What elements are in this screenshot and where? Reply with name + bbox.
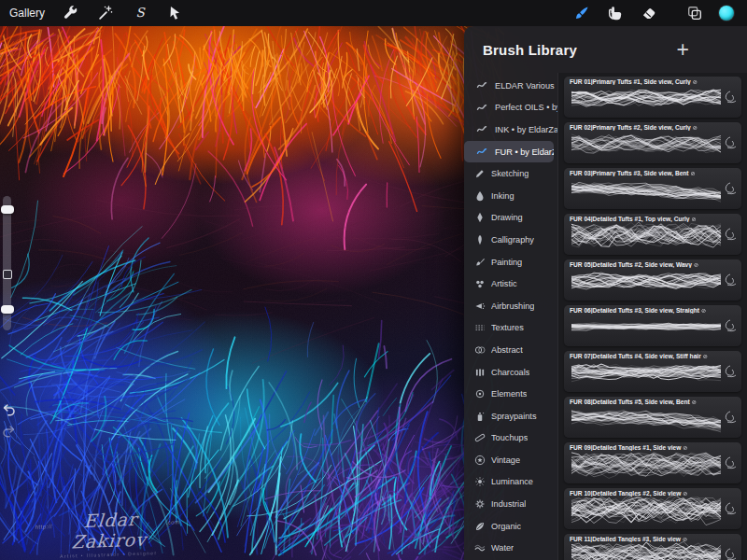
brush-set-airbrushing[interactable]: Airbrushing (464, 295, 557, 317)
brush-set-vintage[interactable]: Vintage (464, 449, 557, 471)
color-swatch-icon (719, 6, 734, 21)
brush-set-eldar-various[interactable]: ELDAR Various (464, 75, 557, 97)
brush-set-fur-by-eldarzakirov[interactable]: FUR • by EldarZakirov (464, 141, 554, 163)
brush-badge-icon: ⊘ (693, 78, 698, 85)
tool-paint-button[interactable] (572, 4, 591, 22)
brush-item[interactable]: FUR 05|Detailed Tufts #2, Side view, Wav… (564, 259, 741, 301)
brush-set-artistic[interactable]: Artistic (464, 273, 557, 295)
brush-set-label: INK • by EldarZakirov (495, 125, 557, 134)
wrench-icon (63, 5, 79, 21)
brush-set-label: Charcoals (491, 368, 529, 377)
tool-smudge-button[interactable] (606, 4, 625, 22)
brush-list: FUR 01|Primary Tufts #1, Side view, Curl… (558, 73, 747, 560)
brush-set-luminance[interactable]: Luminance (464, 471, 557, 494)
gear-icon (474, 498, 486, 510)
cursor-icon (166, 5, 183, 21)
brush-name: FUR 11|Detailed Tangles #3, Side view⊘ (570, 536, 738, 542)
brush-item[interactable]: FUR 01|Primary Tufts #1, Side view, Curl… (564, 77, 741, 118)
brush-set-water[interactable]: Water (464, 537, 557, 559)
brush-set-spraypaints[interactable]: Spraypaints (464, 405, 557, 427)
brush-set-label: Touchups (491, 433, 528, 442)
brush-item[interactable]: FUR 09|Detailed Tangles #1, Side view⊘ (564, 442, 741, 483)
brush-set-perfect-oils-by-eld[interactable]: Perfect OILS • by Eld... (464, 97, 557, 119)
pencil-icon (474, 168, 486, 179)
brush-set-textures[interactable]: Textures (464, 317, 557, 340)
brush-set-label: Spraypaints (491, 412, 537, 421)
brush-name: FUR 04|Detailed Tufts #1, Top view, Curl… (570, 216, 738, 222)
paintbrush-icon (474, 257, 486, 268)
modify-button[interactable] (3, 270, 12, 279)
tool-erase-button[interactable] (640, 4, 658, 22)
brush-icon (573, 5, 590, 21)
brush-item[interactable]: FUR 04|Detailed Tufts #1, Top view, Curl… (564, 214, 741, 255)
calligraphy-icon (474, 234, 486, 245)
nib-icon (474, 212, 486, 223)
elements-icon (474, 388, 486, 399)
brush-item[interactable]: FUR 10|Detailed Tangles #2, Side view⊘ (564, 488, 741, 529)
canvas-artwork (0, 26, 504, 560)
brush-item[interactable]: FUR 08|Detailed Tufts #5, Side view, Ben… (564, 397, 741, 438)
brush-set-organic[interactable]: Organic (464, 515, 557, 538)
brush-item[interactable]: FUR 07|Detailed Tufts #4, Side view, Sti… (564, 351, 741, 392)
tool-transform-button[interactable] (165, 4, 184, 22)
brush-set-ink-by-eldarzakirov[interactable]: INK • by EldarZakirov (464, 119, 557, 141)
brush-set-abstract[interactable]: Abstract (464, 339, 557, 361)
brush-badge-icon: ⊘ (692, 216, 697, 222)
brush-item[interactable]: FUR 11|Detailed Tangles #3, Side view⊘ (564, 534, 741, 560)
tool-adjustments-button[interactable] (96, 4, 115, 22)
stroke-icon (474, 103, 489, 113)
stroke-icon (474, 147, 489, 157)
eraser-icon (641, 5, 657, 21)
artistic-icon (474, 278, 486, 289)
procreate-app: http:// Eldar Zakirov .com Artist • Illu… (0, 0, 747, 560)
sun-icon (474, 476, 486, 487)
brush-size-slider-handle[interactable] (1, 205, 14, 214)
airbrush-icon (474, 301, 486, 312)
tool-actions-button[interactable] (62, 4, 80, 22)
brush-badge-icon: ⊘ (683, 536, 687, 542)
brush-set-label: Textures (491, 323, 524, 332)
brush-set-calligraphy[interactable]: Calligraphy (464, 229, 557, 251)
brush-set-label: Perfect OILS • by Eld... (495, 103, 557, 112)
brush-item[interactable]: FUR 02|Primary Tufts #2, Side view, Curl… (564, 122, 741, 163)
brush-set-sketching[interactable]: Sketching (464, 162, 557, 185)
brush-badge-icon: ⊘ (683, 444, 687, 451)
bandage-icon (474, 432, 486, 443)
brush-set-label: FUR • by EldarZakirov (495, 147, 554, 157)
redo-button[interactable] (2, 425, 16, 439)
brush-set-inking[interactable]: Inking (464, 185, 557, 207)
brush-set-painting[interactable]: Painting (464, 251, 557, 273)
brush-set-label: Water (491, 543, 514, 553)
tool-selection-button[interactable]: S (131, 4, 149, 22)
brush-set-elements[interactable]: Elements (464, 383, 557, 405)
brush-badge-icon: ⊘ (694, 261, 698, 268)
tool-layers-button[interactable] (685, 4, 704, 22)
brush-set-industrial[interactable]: Industrial (464, 493, 557, 515)
brush-badge-icon: ⊘ (692, 399, 697, 405)
brush-badge-icon: ⊘ (701, 307, 706, 314)
gallery-button[interactable]: Gallery (9, 7, 45, 20)
color-swatch-button[interactable] (719, 4, 738, 22)
brush-set-charcoals[interactable]: Charcoals (464, 361, 557, 384)
watermark-signature: Eldar Zakirov (53, 508, 165, 553)
brush-item[interactable]: FUR 06|Detailed Tufts #3, Side view, Str… (564, 305, 741, 346)
brush-library-panel: Brush Library + ELDAR VariousPerfect OIL… (464, 26, 747, 560)
brush-name: FUR 07|Detailed Tufts #4, Side view, Sti… (570, 353, 738, 359)
undo-icon (2, 403, 16, 417)
panel-body: ELDAR VariousPerfect OILS • by Eld...INK… (464, 73, 747, 560)
brush-item[interactable]: FUR 03|Primary Tufts #3, Side view, Bent… (564, 168, 741, 209)
undo-button[interactable] (2, 403, 16, 417)
stroke-icon (474, 80, 489, 91)
add-brush-button[interactable]: + (677, 39, 689, 61)
leaf-icon (474, 521, 486, 532)
brush-set-touchups[interactable]: Touchups (464, 427, 557, 450)
opacity-slider-handle[interactable] (1, 305, 14, 314)
charcoal-icon (474, 367, 486, 378)
brush-badge-icon: ⊘ (703, 353, 708, 359)
brush-set-label: Vintage (491, 455, 520, 465)
brush-badge-icon: ⊘ (683, 490, 687, 497)
right-tool-group (572, 4, 738, 22)
watermark-url-suffix: .com (166, 519, 180, 525)
wave-icon (474, 542, 486, 553)
brush-set-drawing[interactable]: Drawing (464, 207, 557, 230)
